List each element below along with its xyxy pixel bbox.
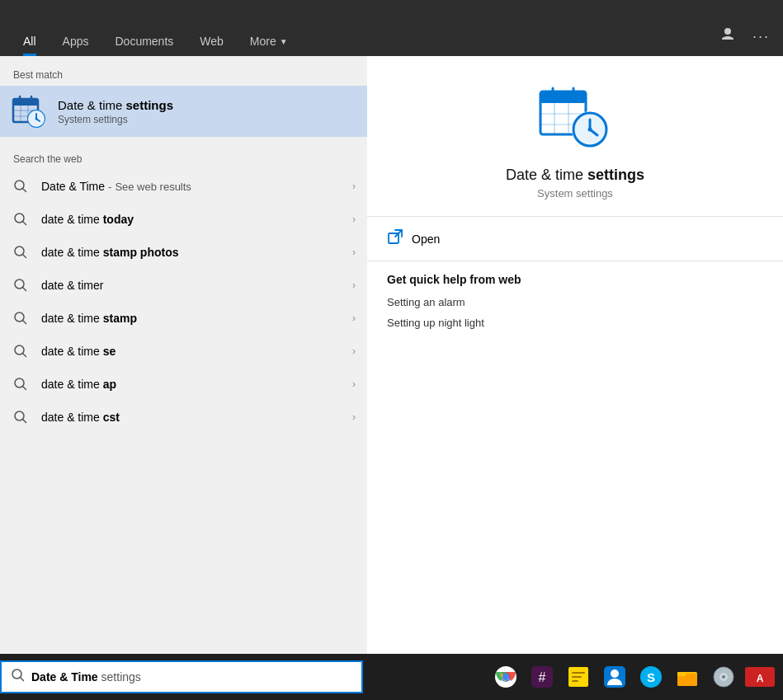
search-item-6[interactable]: date & time ap › — [0, 368, 367, 401]
help-link-1[interactable]: Setting up night light — [387, 317, 763, 329]
search-item-arrow-4: › — [352, 312, 356, 324]
svg-rect-55 — [572, 680, 578, 682]
taskbar-people-icon[interactable] — [598, 660, 631, 693]
svg-line-28 — [23, 420, 26, 423]
taskbar-search-box[interactable]: Date & Time settings — [0, 660, 363, 693]
best-match-item-icon — [12, 94, 46, 129]
svg-point-41 — [588, 128, 592, 132]
search-item-text-7: date & time cst — [41, 411, 341, 424]
svg-point-49 — [502, 674, 509, 680]
right-panel-top: Date & time settings System settings — [367, 56, 783, 217]
search-item-text-0: Date & Time-See web results — [41, 180, 341, 193]
best-match-section: Best match — [0, 56, 367, 140]
search-item-text-4: date & time stamp — [41, 312, 341, 325]
search-web-label: Search the web — [0, 148, 367, 170]
svg-line-45 — [21, 678, 24, 681]
taskbar: Date & Time settings # — [0, 654, 783, 700]
search-item-arrow-3: › — [352, 280, 356, 291]
svg-line-26 — [23, 387, 26, 390]
taskbar-skype-icon[interactable]: S — [634, 660, 667, 693]
nav-tabs: All Apps Documents Web More ▼ — [10, 26, 301, 56]
more-dropdown-arrow: ▼ — [280, 37, 288, 46]
search-item-0[interactable]: Date & Time-See web results › — [0, 170, 367, 203]
svg-point-12 — [35, 118, 38, 120]
search-icon-2 — [12, 243, 30, 261]
taskbar-file-explorer-icon[interactable] — [671, 660, 704, 693]
svg-point-57 — [611, 669, 619, 678]
best-match-item-text: Date & time settings System settings — [58, 98, 173, 125]
search-item-text-5: date & time se — [41, 345, 341, 358]
right-panel-icon — [534, 81, 616, 155]
taskbar-sticky-notes-icon[interactable] — [562, 660, 595, 693]
svg-rect-1 — [13, 99, 38, 106]
right-panel: Date & time settings System settings Ope… — [367, 56, 783, 654]
taskbar-appuals-icon[interactable]: A — [743, 660, 776, 693]
search-item-text-1: date & time today — [41, 213, 341, 226]
search-item-text-3: date & timer — [41, 279, 341, 292]
best-match-item[interactable]: Date & time settings System settings — [0, 86, 367, 137]
svg-rect-30 — [540, 92, 586, 103]
search-icon-3 — [12, 276, 30, 294]
search-icon-6 — [12, 375, 30, 393]
search-web-section: Search the web Date & Time-See web resul… — [0, 140, 367, 437]
taskbar-disk-icon[interactable] — [707, 660, 740, 693]
more-options-icon[interactable]: ··· — [749, 25, 773, 49]
svg-line-16 — [23, 222, 26, 225]
quick-help-title: Get quick help from web — [387, 273, 763, 286]
search-item-7[interactable]: date & time cst › — [0, 401, 367, 434]
help-link-0[interactable]: Setting an alarm — [387, 296, 763, 308]
main-area: Best match — [0, 56, 783, 654]
open-button-row[interactable]: Open — [367, 217, 783, 261]
search-item-arrow-1: › — [352, 214, 356, 225]
search-item-arrow-6: › — [352, 378, 356, 390]
right-panel-title: Date & time settings — [506, 167, 644, 184]
svg-rect-53 — [572, 672, 585, 674]
search-item-arrow-5: › — [352, 345, 356, 357]
taskbar-search-icon — [12, 669, 25, 685]
svg-line-24 — [23, 354, 26, 357]
open-external-icon — [387, 228, 403, 249]
search-item-text-2: date & time stamp photos — [41, 246, 341, 259]
left-panel: Best match — [0, 56, 367, 654]
search-icon-1 — [12, 210, 30, 228]
taskbar-slack-icon[interactable]: # — [526, 660, 559, 693]
search-item-5[interactable]: date & time se › — [0, 335, 367, 368]
nav-right-actions: ··· — [716, 23, 773, 49]
search-item-3[interactable]: date & timer › — [0, 269, 367, 302]
best-match-title: Date & time settings — [58, 98, 173, 112]
search-icon-0 — [12, 177, 30, 195]
svg-rect-54 — [572, 676, 582, 678]
svg-point-65 — [722, 675, 725, 679]
tab-apps[interactable]: Apps — [50, 26, 102, 56]
open-label: Open — [412, 233, 440, 246]
tab-documents[interactable]: Documents — [101, 26, 186, 56]
search-item-2[interactable]: date & time stamp photos › — [0, 236, 367, 269]
search-icon-5 — [12, 342, 30, 360]
svg-rect-62 — [677, 672, 686, 676]
search-item-4[interactable]: date & time stamp › — [0, 302, 367, 335]
svg-line-20 — [23, 288, 26, 291]
search-icon-7 — [12, 408, 30, 426]
account-icon[interactable] — [716, 23, 739, 49]
top-navigation: All Apps Documents Web More ▼ ··· — [0, 0, 783, 56]
best-match-label: Best match — [0, 64, 367, 86]
tab-more[interactable]: More ▼ — [237, 26, 301, 56]
svg-text:A: A — [757, 673, 764, 684]
search-icon-4 — [12, 309, 30, 327]
taskbar-app-icons: # S — [363, 660, 783, 693]
best-match-subtitle: System settings — [58, 114, 173, 125]
quick-help-section: Get quick help from web Setting an alarm… — [367, 261, 783, 349]
taskbar-chrome-icon[interactable] — [489, 660, 522, 693]
right-panel-subtitle: System settings — [537, 187, 613, 200]
tab-all[interactable]: All — [10, 26, 50, 56]
svg-line-14 — [23, 189, 26, 192]
tab-web[interactable]: Web — [186, 26, 237, 56]
search-item-arrow-7: › — [352, 411, 356, 423]
search-item-text-6: date & time ap — [41, 378, 341, 391]
svg-text:#: # — [539, 670, 546, 684]
svg-text:S: S — [647, 670, 655, 684]
search-item-arrow-2: › — [352, 247, 356, 258]
taskbar-search-text: Date & Time settings — [31, 670, 141, 684]
svg-line-22 — [23, 321, 26, 324]
search-item-1[interactable]: date & time today › — [0, 203, 367, 236]
